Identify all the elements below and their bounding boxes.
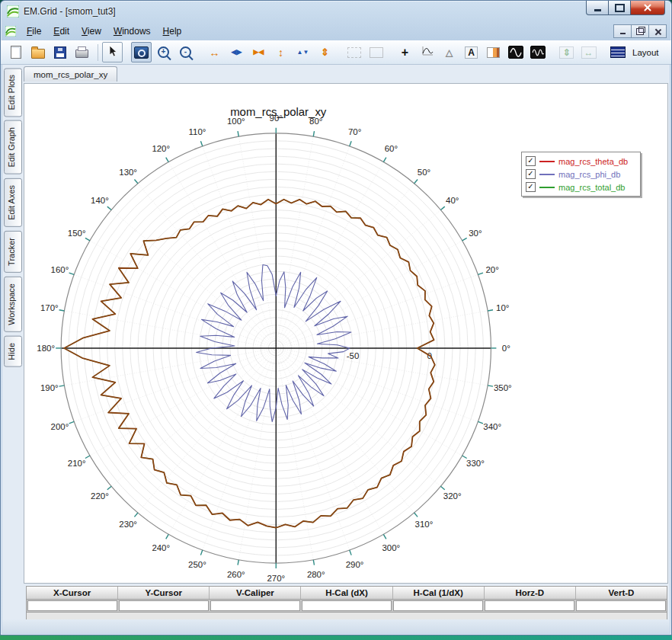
readout-value-cell[interactable]: [119, 600, 209, 611]
svg-text:60°: 60°: [385, 144, 398, 153]
svg-text:160°: 160°: [51, 265, 69, 274]
svg-text:320°: 320°: [443, 491, 462, 501]
menu-file[interactable]: File: [21, 24, 47, 39]
readout-value-cell[interactable]: [576, 600, 666, 611]
svg-text:150°: 150°: [68, 229, 86, 238]
pointer-tool-button[interactable]: [102, 42, 123, 62]
readout-value-cell[interactable]: [302, 600, 392, 611]
titlebar[interactable]: EM.Grid - [smom_tut3]: [1, 1, 671, 22]
svg-text:50°: 50°: [418, 168, 430, 177]
svg-text:120°: 120°: [152, 144, 170, 153]
svg-text:20°: 20°: [485, 265, 498, 274]
readout-col-y-cursor: Y-Cursor: [118, 587, 210, 599]
sidebar-tab-edit-graph[interactable]: Edit Graph: [4, 120, 22, 174]
sidebar-tab-edit-plots[interactable]: Edit Plots: [4, 68, 22, 117]
legend-row: mag_rcs_theta_db: [526, 155, 636, 168]
expand-x-button[interactable]: ↔: [204, 42, 225, 62]
sidebar-tab-edit-axes[interactable]: Edit Axes: [4, 178, 22, 227]
svg-text:100°: 100°: [227, 117, 245, 126]
readout-value-cell[interactable]: [485, 600, 574, 611]
layout-button[interactable]: [607, 42, 628, 62]
fit-horizontal-button: ↔: [578, 42, 599, 62]
close-button[interactable]: [630, 1, 665, 15]
text-tool-icon: A: [465, 46, 478, 59]
tabstrip: mom_rcs_polar_xy: [24, 66, 117, 83]
svg-text:220°: 220°: [91, 491, 109, 501]
zoom-window-tool-icon: [134, 46, 149, 59]
layout-label: Layout: [632, 48, 659, 57]
trace-style-1-button[interactable]: [505, 42, 526, 62]
svg-text:-50: -50: [347, 351, 360, 360]
save-file-icon: [54, 46, 66, 59]
menu-view[interactable]: View: [75, 24, 107, 39]
menu-help[interactable]: Help: [157, 24, 188, 39]
legend: mag_rcs_theta_dbmag_rcs_phi_dbmag_rcs_to…: [521, 152, 641, 197]
legend-checkbox-mag_rcs_total_db[interactable]: [526, 182, 536, 192]
compress-x-icon: ▶◀: [254, 49, 264, 56]
expand-y-button[interactable]: ↕: [270, 42, 291, 62]
crosshair-tool-button[interactable]: +: [395, 42, 415, 62]
sidebar: Edit PlotsEdit GraphEdit AxesTrackerWork…: [3, 68, 24, 370]
svg-text:180°: 180°: [37, 344, 55, 353]
minimize-button[interactable]: [586, 1, 609, 15]
palette-tool-button[interactable]: [483, 42, 504, 62]
new-file-button[interactable]: [5, 42, 26, 62]
region-select-icon: [370, 47, 383, 58]
svg-text:110°: 110°: [189, 127, 206, 136]
legend-checkbox-mag_rcs_theta_db[interactable]: [526, 156, 536, 166]
compress-y-button[interactable]: ⇕: [315, 42, 335, 62]
legend-line-sample: [539, 161, 555, 162]
zoom-rect-select-icon: [347, 47, 361, 58]
readout-value-cell[interactable]: [393, 600, 483, 611]
scroll-x-button[interactable]: ◀▶: [226, 42, 247, 62]
svg-text:140°: 140°: [91, 196, 109, 205]
sidebar-tab-hide[interactable]: Hide: [4, 336, 22, 367]
legend-checkbox-mag_rcs_phi_db[interactable]: [526, 169, 536, 179]
legend-line-sample: [539, 187, 555, 188]
minimize-icon: [594, 9, 601, 11]
fit-horizontal-icon: ↔: [581, 46, 597, 59]
mdi-close-button[interactable]: [648, 24, 667, 38]
menubar: FileEditViewWindowsHelp: [1, 22, 671, 40]
svg-text:130°: 130°: [119, 168, 137, 177]
save-file-button[interactable]: [50, 42, 70, 62]
close-icon: [643, 3, 652, 12]
sidebar-tab-tracker[interactable]: Tracker: [4, 231, 22, 273]
maximize-button[interactable]: [608, 1, 631, 15]
sidebar-tab-workspace[interactable]: Workspace: [4, 277, 22, 332]
readout-col-x-cursor: X-Cursor: [27, 587, 118, 599]
scroll-x-icon: ◀▶: [232, 49, 242, 56]
polygon-tool-button[interactable]: △: [439, 42, 459, 62]
region-select-button: [366, 42, 386, 62]
mdi-controls: [614, 24, 667, 38]
readout-value-cell[interactable]: [210, 600, 300, 611]
trace-style-2-button[interactable]: [527, 42, 548, 62]
tracker-tool-button[interactable]: [417, 42, 437, 62]
open-file-icon: [31, 49, 45, 59]
mdi-minimize-button[interactable]: [613, 24, 632, 38]
menu-windows[interactable]: Windows: [107, 24, 157, 39]
desktop-background: [0, 635, 672, 640]
svg-text:240°: 240°: [152, 543, 170, 552]
scroll-y-icon: ▲▼: [297, 50, 309, 56]
legend-line-sample: [539, 174, 555, 175]
svg-text:10°: 10°: [496, 303, 509, 312]
compress-x-button[interactable]: ▶◀: [248, 42, 269, 62]
zoom-in-button[interactable]: +: [153, 42, 174, 62]
mdi-restore-button[interactable]: [631, 24, 649, 38]
plot-panel[interactable]: 0°10°20°30°40°50°60°70°80°90°100°110°120…: [24, 83, 668, 584]
scroll-y-button[interactable]: ▲▼: [293, 42, 313, 62]
text-tool-button[interactable]: A: [461, 42, 482, 62]
zoom-out-button[interactable]: -: [175, 42, 196, 62]
menu-edit[interactable]: Edit: [47, 24, 75, 39]
legend-label: mag_rcs_theta_db: [558, 157, 628, 166]
menu-bar: FileEditViewWindowsHelp: [21, 24, 187, 39]
expand-y-icon: ↕: [278, 47, 283, 58]
readout-value-cell[interactable]: [27, 600, 117, 611]
zoom-window-tool-button[interactable]: [131, 42, 152, 62]
open-file-button[interactable]: [27, 42, 48, 62]
print-icon: [75, 50, 88, 58]
tab-mom_rcs_polar_xy[interactable]: mom_rcs_polar_xy: [24, 66, 117, 82]
print-button[interactable]: [72, 42, 92, 62]
svg-text:0°: 0°: [502, 344, 510, 353]
